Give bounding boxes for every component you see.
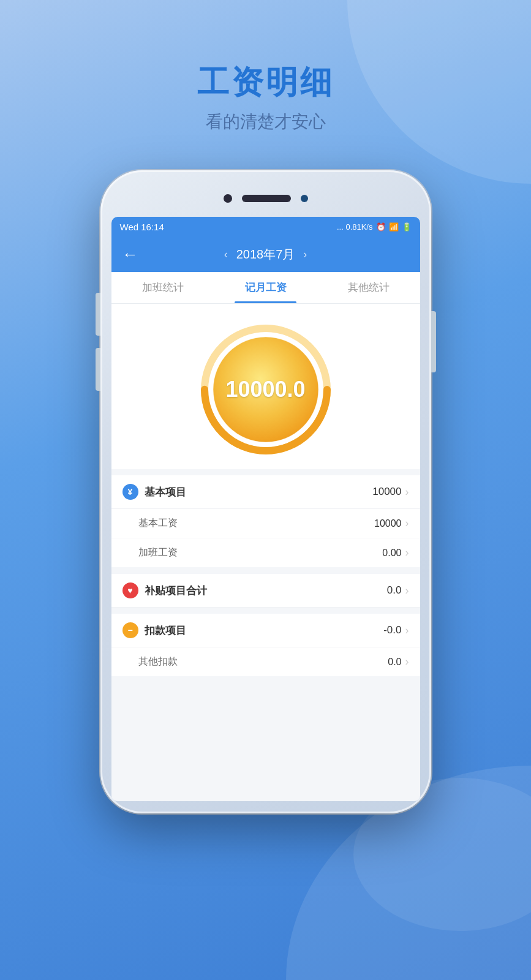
- deduction-section-label: − 扣款项目: [122, 622, 186, 638]
- other-deduction-chevron: ›: [405, 655, 409, 668]
- subsidy-icon: ♥: [122, 582, 138, 598]
- list-item-overtime-salary[interactable]: 加班工资 0.00 ›: [111, 538, 420, 568]
- network-status: ... 0.81K/s: [337, 222, 373, 232]
- basic-section-label: ¥ 基本项目: [122, 484, 186, 500]
- subsidy-chevron: ›: [405, 584, 409, 597]
- subsidy-section-label: ♥ 补贴项目合计: [122, 582, 207, 598]
- list-item-basic-salary[interactable]: 基本工资 10000 ›: [111, 509, 420, 538]
- deduction-icon: −: [122, 622, 138, 638]
- total-salary: 10000.0: [225, 377, 305, 402]
- tabs-bar: 加班统计 记月工资 其他统计: [111, 272, 420, 304]
- basic-salary-value: 10000 ›: [374, 517, 409, 530]
- sensor: [301, 195, 308, 202]
- next-month-button[interactable]: ›: [303, 248, 307, 261]
- tab-monthly[interactable]: 记月工资: [214, 272, 317, 303]
- alarm-icon: ⏰: [376, 222, 386, 232]
- status-icons: ... 0.81K/s ⏰ 📶 🔋: [337, 222, 412, 232]
- current-month: 2018年7月: [236, 246, 295, 263]
- donut-chart: 10000.0: [198, 322, 333, 457]
- list-item-other-deduction[interactable]: 其他扣款 0.0 ›: [111, 647, 420, 677]
- deduction-section-header[interactable]: − 扣款项目 -0.0 ›: [111, 614, 420, 647]
- subsidy-section: ♥ 补贴项目合计 0.0 ›: [111, 574, 420, 608]
- tab-overtime[interactable]: 加班统计: [111, 272, 214, 303]
- app-bar: ← ‹ 2018年7月 ›: [111, 236, 420, 272]
- other-deduction-value: 0.0 ›: [388, 655, 409, 668]
- subsidy-total: 0.0 ›: [387, 584, 409, 597]
- phone-mockup: Wed 16:14 ... 0.81K/s ⏰ 📶 🔋 ← ‹ 2018年7月 …: [100, 170, 431, 813]
- front-camera: [224, 194, 232, 203]
- basic-icon: ¥: [122, 484, 138, 500]
- wifi-icon: 📶: [389, 222, 399, 232]
- phone-body: Wed 16:14 ... 0.81K/s ⏰ 📶 🔋 ← ‹ 2018年7月 …: [100, 170, 431, 813]
- battery-icon: 🔋: [402, 222, 412, 232]
- deduction-chevron: ›: [405, 624, 409, 637]
- phone-notch: [111, 183, 420, 214]
- basic-chevron: ›: [405, 486, 409, 499]
- overtime-salary-value: 0.00 ›: [382, 546, 409, 559]
- chart-section: 10000.0: [111, 304, 420, 469]
- promo-header: 工资明细 看的清楚才安心: [197, 61, 334, 134]
- status-time: Wed 16:14: [120, 222, 164, 232]
- basic-section: ¥ 基本项目 10000 › 基本工资 10000 ›: [111, 475, 420, 568]
- status-bar: Wed 16:14 ... 0.81K/s ⏰ 📶 🔋: [111, 217, 420, 236]
- speaker: [242, 195, 291, 202]
- basic-total: 10000 ›: [372, 486, 409, 499]
- subsidy-section-header[interactable]: ♥ 补贴项目合计 0.0 ›: [111, 574, 420, 608]
- tab-other[interactable]: 其他统计: [317, 272, 420, 303]
- overtime-chevron: ›: [405, 546, 409, 559]
- donut-center: 10000.0: [225, 377, 305, 402]
- promo-subtitle: 看的清楚才安心: [197, 110, 334, 134]
- content-area: 10000.0 ¥ 基本项目 10000: [111, 304, 420, 801]
- back-button[interactable]: ←: [122, 245, 138, 264]
- app-bar-title: ‹ 2018年7月 ›: [224, 246, 307, 263]
- basic-salary-chevron: ›: [405, 517, 409, 530]
- promo-title: 工资明细: [197, 61, 334, 104]
- phone-screen: Wed 16:14 ... 0.81K/s ⏰ 📶 🔋 ← ‹ 2018年7月 …: [111, 217, 420, 801]
- deduction-section: − 扣款项目 -0.0 › 其他扣款 0.0 ›: [111, 614, 420, 677]
- prev-month-button[interactable]: ‹: [224, 248, 228, 261]
- basic-section-header[interactable]: ¥ 基本项目 10000 ›: [111, 475, 420, 509]
- deduction-total: -0.0 ›: [383, 624, 409, 637]
